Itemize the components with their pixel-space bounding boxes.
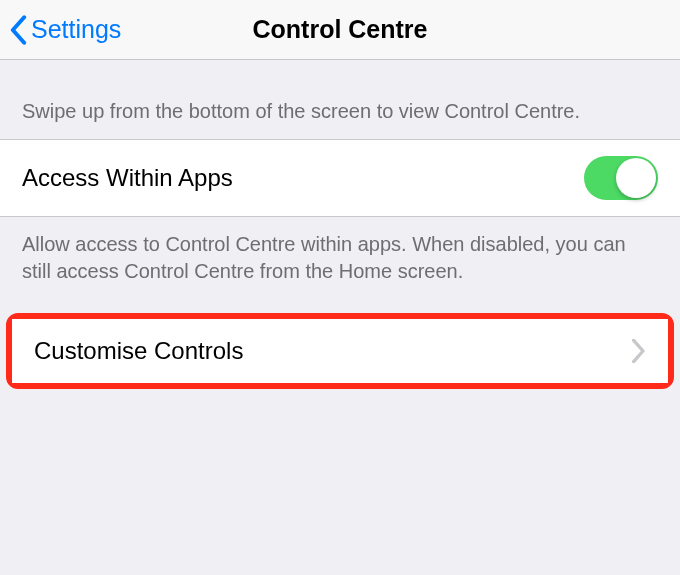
highlight-box: Customise Controls	[6, 313, 674, 389]
page-title: Control Centre	[253, 15, 428, 44]
customise-controls-label: Customise Controls	[34, 337, 243, 365]
nav-bar: Settings Control Centre	[0, 0, 680, 60]
back-label: Settings	[31, 15, 121, 44]
access-within-apps-toggle[interactable]	[584, 156, 658, 200]
toggle-knob	[616, 158, 656, 198]
access-within-apps-row: Access Within Apps	[0, 139, 680, 217]
section-footer: Allow access to Control Centre within ap…	[0, 217, 680, 313]
back-button[interactable]: Settings	[0, 15, 121, 45]
section-description: Swipe up from the bottom of the screen t…	[0, 60, 680, 139]
chevron-left-icon	[10, 15, 27, 45]
chevron-right-icon	[632, 339, 646, 363]
customise-controls-row[interactable]: Customise Controls	[12, 319, 668, 383]
access-within-apps-label: Access Within Apps	[22, 164, 233, 192]
